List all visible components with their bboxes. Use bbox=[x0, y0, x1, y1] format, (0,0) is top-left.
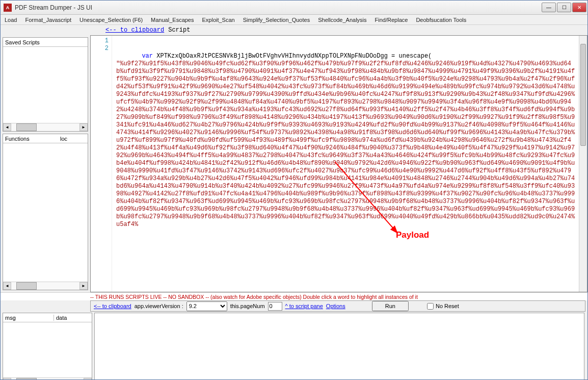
run-button[interactable]: Run bbox=[372, 301, 409, 311]
menu-load[interactable]: Load bbox=[5, 17, 17, 23]
functions-scroll[interactable]: ◄► bbox=[3, 282, 88, 290]
saved-scripts-header: Saved Scripts bbox=[5, 39, 86, 45]
menubar: Load Format_Javascript Unescape_Selectio… bbox=[1, 15, 587, 25]
maximize-button[interactable]: ☐ bbox=[557, 3, 571, 12]
page-num-label: this.pageNum bbox=[230, 303, 265, 309]
warning-bar: -- THIS RUNS SCRIPTS LIVE -- NO SANDBOX … bbox=[1, 292, 587, 300]
app-icon: A bbox=[4, 4, 12, 12]
no-reset-label: No Reset bbox=[436, 303, 459, 309]
code-editor[interactable]: 1 2 var XPTKzxQbOaxRJtPCESNVkBjljBwOtFVg… bbox=[90, 35, 587, 292]
msg-header: msg bbox=[3, 315, 54, 321]
menu-manual-escapes[interactable]: Manual_Escapes bbox=[151, 17, 194, 23]
script-label: Script bbox=[168, 27, 190, 34]
output-panel[interactable] bbox=[94, 313, 584, 380]
menu-shellcode[interactable]: Shellcode_Analysis bbox=[318, 17, 366, 23]
no-reset-checkbox[interactable] bbox=[427, 303, 434, 310]
to-clipboard-top[interactable]: <-- to clipboard bbox=[105, 27, 164, 34]
to-script-pane[interactable]: ^ to script pane bbox=[285, 303, 323, 309]
line-num-1: 1 bbox=[91, 37, 109, 45]
close-button[interactable]: ✕ bbox=[572, 3, 586, 12]
menu-simplify-quotes[interactable]: Simplify_Selection_Quotes bbox=[243, 17, 310, 23]
menu-deobf[interactable]: Deobfsucation Tools bbox=[416, 17, 466, 23]
viewer-version-select[interactable]: 9.2 bbox=[186, 301, 227, 311]
code-line-2: var XPTKzxQbOaxRJtPCESNVkBjljBwOtFVghvVH… bbox=[116, 53, 575, 228]
options-link[interactable]: Options bbox=[326, 303, 345, 309]
code-vertical-scroll[interactable] bbox=[579, 36, 587, 292]
menu-find-replace[interactable]: Find/Replace bbox=[375, 17, 408, 23]
loc-header: loc bbox=[60, 136, 86, 142]
data-header: data bbox=[54, 315, 92, 321]
menu-unescape[interactable]: Unescape_Selection (F6) bbox=[79, 17, 143, 23]
line-num-2: 2 bbox=[91, 45, 109, 53]
window-title: PDF Stream Dumper - JS UI bbox=[15, 4, 542, 11]
saved-scroll[interactable]: ◄► bbox=[3, 123, 88, 131]
minimize-button[interactable]: — bbox=[542, 3, 556, 12]
code-line-1 bbox=[116, 45, 120, 52]
page-num-input[interactable] bbox=[268, 302, 282, 311]
viewer-version-label: app.viewerVersion : bbox=[135, 303, 183, 309]
menu-exploit-scan[interactable]: Exploit_Scan bbox=[202, 17, 234, 23]
msg-scroll[interactable]: ◄► bbox=[3, 377, 92, 380]
to-clipboard-bottom[interactable]: <-- to clipboard bbox=[94, 303, 131, 309]
functions-header: Functions bbox=[5, 136, 60, 142]
menu-format-js[interactable]: Format_Javascript bbox=[25, 17, 71, 23]
